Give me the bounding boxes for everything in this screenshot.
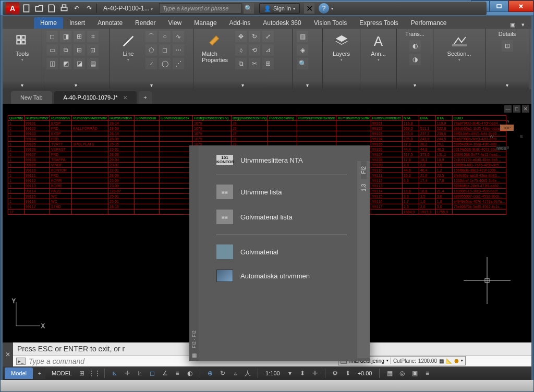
customize-icon[interactable]: ≡ <box>421 368 433 378</box>
build-tool-icon[interactable]: ◻ <box>46 31 58 42</box>
snap-icon[interactable]: ⋮⋮ <box>89 368 100 378</box>
qat-new-icon[interactable] <box>21 3 32 14</box>
qat-save-icon[interactable] <box>46 3 57 14</box>
app-menu-button[interactable]: MEP <box>6 2 19 15</box>
modify-tool-icon[interactable]: ⊞ <box>262 58 274 69</box>
draw-tool-icon[interactable]: ⬠ <box>145 44 157 56</box>
detail-tool-icon[interactable]: ⊡ <box>502 40 513 52</box>
modify-tool-icon[interactable]: ↻ <box>249 31 260 42</box>
panel-title-view[interactable]: ▾ <box>293 81 322 89</box>
tab-addins[interactable]: Add-ins <box>223 17 257 29</box>
draw-tool-icon[interactable]: ◻ <box>159 44 171 56</box>
display-toggle-icon[interactable]: ⬣ <box>454 358 459 364</box>
tab-manage[interactable]: Manage <box>188 17 223 29</box>
build-tool-icon[interactable]: ◨ <box>60 31 71 42</box>
viewcube-top[interactable]: TOP <box>500 125 514 131</box>
draw-tool-icon[interactable]: ○ <box>159 31 171 42</box>
tab-close-icon[interactable]: ✕ <box>123 95 127 101</box>
draw-tool-icon[interactable]: ∿ <box>173 31 184 42</box>
modify-tool-icon[interactable]: ⟲ <box>249 44 260 56</box>
tab-expresstools[interactable]: Express Tools <box>353 17 404 29</box>
lineweight-icon[interactable]: ≡ <box>172 368 183 378</box>
elevation-icon[interactable]: ⬍ <box>342 368 354 378</box>
exchange-apps-icon[interactable]: ✕ <box>304 3 314 14</box>
tab-autodesk360[interactable]: Autodesk 360 <box>257 17 307 29</box>
view-tool-icon[interactable]: ◈ <box>297 44 308 56</box>
tab-annotate[interactable]: Annotate <box>91 17 129 29</box>
draw-tool-icon[interactable]: ⌒ <box>145 31 157 42</box>
draw-tool-icon[interactable]: ⟋ <box>145 58 157 69</box>
panel-title-details[interactable]: ▾ <box>486 81 529 89</box>
elevation-value[interactable]: +0.00 <box>355 370 375 376</box>
otrack-icon[interactable]: ∠ <box>159 368 171 378</box>
modify-tool-icon[interactable]: ⊿ <box>262 44 274 56</box>
view-tool-icon[interactable]: ▥ <box>297 31 308 42</box>
document-title[interactable]: A-40-P-0100-1... <box>103 5 153 12</box>
model-tab[interactable]: Model <box>5 368 33 379</box>
trans-tool-icon[interactable]: ◑ <box>409 54 421 65</box>
viewport-close-icon[interactable]: ✕ <box>522 105 529 113</box>
qat-redo-icon[interactable]: ↷ <box>84 3 94 14</box>
layout-add-button[interactable]: + <box>34 368 45 379</box>
panel-title-draw[interactable]: ▾ <box>110 81 193 89</box>
annotation-scale[interactable]: 1:100 <box>262 370 283 376</box>
palette-props-icon[interactable]: ▦ <box>192 352 197 358</box>
palette-tool-item[interactable]: ▤▤ Utrvmme lista <box>216 179 347 204</box>
scale-dropdown-icon[interactable]: ▾ <box>284 368 296 378</box>
annotation-button[interactable]: A Ann... ▾ <box>365 31 392 62</box>
tab-view[interactable]: View <box>162 17 188 29</box>
panel-title-build[interactable]: ▾ <box>42 81 110 89</box>
line-button[interactable]: Line ▾ <box>114 31 142 62</box>
layer-key-icon[interactable]: 📐 <box>446 358 452 364</box>
build-tool-icon[interactable]: ⊟ <box>74 44 85 56</box>
window-close-button[interactable] <box>508 1 533 12</box>
modify-tool-icon[interactable]: ⧉ <box>235 58 247 69</box>
clean-screen-icon[interactable]: ▣ <box>409 368 420 378</box>
surface-hatch-icon[interactable]: ▦ <box>439 358 444 364</box>
viewport-maximize-icon[interactable]: □ <box>513 105 520 113</box>
3dosnap-icon[interactable]: ⟁ <box>229 368 241 378</box>
tab-visiontools[interactable]: Vision Tools <box>308 17 354 29</box>
palette-tool-item[interactable]: ▤▤ Golvmaterial lista <box>216 204 347 229</box>
panel-title-trans[interactable]: ▾ <box>397 81 433 89</box>
palette-tab-fi2[interactable]: FI2 <box>361 161 367 179</box>
modify-tool-icon[interactable]: ⎀ <box>235 44 247 56</box>
details-button[interactable]: Details <box>499 31 516 37</box>
qat-print-icon[interactable] <box>59 3 69 14</box>
ribbon-minimize-icon[interactable]: ▾ <box>519 20 527 29</box>
polar-icon[interactable]: ✛ <box>122 368 133 378</box>
build-tool-icon[interactable]: ⊡ <box>87 44 99 56</box>
build-tool-icon[interactable]: ⧉ <box>60 44 71 56</box>
commandline-close-icon[interactable]: ✕ <box>3 342 13 366</box>
viewport-minimize-icon[interactable]: — <box>504 105 512 113</box>
window-maximize-button[interactable] <box>490 1 508 12</box>
help-button[interactable]: ? <box>319 3 329 14</box>
tab-home[interactable]: Home <box>34 17 63 29</box>
ribbon-focus-icon[interactable]: ▣ <box>508 20 517 29</box>
annoscale-add-icon[interactable]: ✛ <box>309 368 321 378</box>
build-tool-icon[interactable]: ◫ <box>46 58 58 69</box>
dyn-input-icon[interactable]: ⊕ <box>204 368 216 378</box>
grid-icon[interactable]: ⊞ <box>76 368 88 378</box>
build-tool-icon[interactable]: ▭ <box>46 44 58 56</box>
palette-tool-item[interactable]: Golvmaterial <box>216 239 347 264</box>
qat-undo-icon[interactable]: ↶ <box>71 3 82 14</box>
transparency-icon[interactable]: ◐ <box>184 368 196 378</box>
transparency-button[interactable]: Trans... <box>405 31 424 37</box>
draw-tool-icon[interactable]: ⋰ <box>173 58 184 69</box>
modify-tool-icon[interactable]: ✂ <box>249 58 260 69</box>
signin-button[interactable]: 👤 Sign In ▾ <box>259 3 300 14</box>
modify-tool-icon[interactable]: ⤢ <box>262 31 274 42</box>
section-button[interactable]: Section... ▾ <box>439 31 480 62</box>
panel-title-modify[interactable]: ▾ <box>193 81 292 89</box>
view-tool-icon[interactable]: 🔍 <box>297 58 308 69</box>
hardware-accel-icon[interactable]: ▦ <box>384 368 395 378</box>
tab-insert[interactable]: Insert <box>63 17 91 29</box>
palette-tool-head[interactable]: 101 KONTOR Utrvmmeslittera NTA <box>216 152 347 175</box>
annoscale-sync-icon[interactable]: ⬍ <box>297 368 308 378</box>
dyn-ucs-icon[interactable]: 人 <box>242 368 253 378</box>
trans-tool-icon[interactable]: ◐ <box>409 40 421 52</box>
cutplane-value[interactable]: 1200.00 <box>418 358 437 364</box>
command-prompt-icon[interactable]: ▸_ <box>16 358 26 365</box>
iso-icon[interactable]: ⟀ <box>134 368 145 378</box>
